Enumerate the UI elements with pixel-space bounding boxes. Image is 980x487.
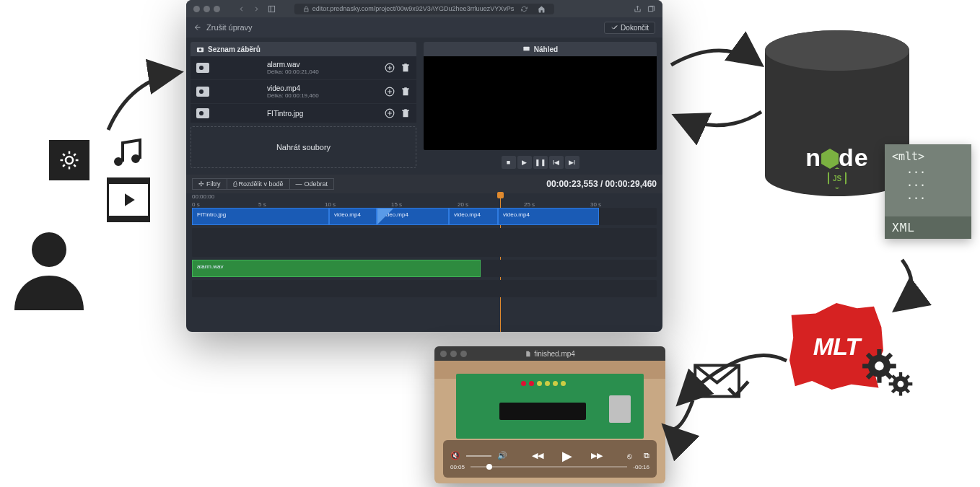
url-text: editor.prednasky.com/project/00w9x92V3AY… [312,5,514,12]
forward-icon[interactable]: ▶▶ [591,451,603,460]
svg-point-12 [875,361,883,370]
timecode-display: 00:00:23,553 / 00:00:29,460 [546,179,657,189]
play-button[interactable]: ▶ [517,156,532,169]
ruler-tick: 25 s [524,201,590,208]
add-icon[interactable] [385,108,395,118]
prev-frame-button[interactable]: I◀ [549,156,564,169]
svg-point-15 [898,381,904,387]
ruler-tick: 0 s [192,201,258,208]
timeline-clip[interactable]: video.mp4 [377,208,449,225]
shot-length: Délka: 00:00:21,040 [267,69,385,75]
email-notification-icon [693,361,751,401]
empty-track[interactable] [192,280,657,297]
finish-button[interactable]: Dokončit [604,22,655,34]
shot-name: alarm.wav [267,61,385,69]
preview-panel-title: Náhled [424,42,657,56]
filters-button[interactable]: ✢ Filtry [192,178,227,190]
image-icon [49,140,89,180]
svg-rect-4 [648,6,652,11]
shot-item[interactable]: alarm.wavDélka: 00:00:21,040 [191,56,416,80]
thumbnail-icon [196,108,209,118]
timeline-clip[interactable]: FITintro.jpg [192,208,329,225]
mlt-xml-document: <mlt> ... ... ... XML [885,144,971,239]
shot-item[interactable]: FITintro.jpg [191,104,416,123]
svg-rect-10 [523,46,529,51]
pause-button[interactable]: ❚❚ [533,156,548,169]
split-button[interactable]: ⎙ Rozdělit v bodě [227,178,290,190]
home-icon[interactable] [538,5,546,13]
timeline-clip[interactable]: video.mp4 [498,208,599,225]
shot-length: Délka: 00:00:19,460 [267,92,385,99]
video-track-1[interactable]: FITintro.jpgvideo.mp4video.mp4video.mp4v… [192,208,657,225]
next-frame-button[interactable]: ▶I [565,156,579,169]
audio-track[interactable]: alarm.wav [192,260,657,277]
svg-rect-3 [305,9,308,12]
monitor-icon [522,45,530,53]
add-icon[interactable] [385,87,395,97]
preview-viewport [424,56,657,150]
trash-icon[interactable] [401,63,411,73]
forward-icon[interactable] [253,5,261,13]
stop-button[interactable]: ■ [502,156,516,169]
mlt-framework-logo: MLT [789,303,919,397]
cancel-edits-button[interactable]: Zrušit úpravy [193,23,253,32]
timeline-audio-clip[interactable]: alarm.wav [192,260,481,277]
ruler-tick: 20 s [458,201,524,208]
editor-toolbar: Zrušit úpravy Dokončit [186,17,662,38]
pip-icon[interactable]: ⧉ [644,451,649,460]
remove-button[interactable]: — Odebrat [289,178,335,190]
video-track-2[interactable] [192,228,657,257]
svg-point-0 [66,157,73,164]
input-media-cluster [6,137,157,281]
trash-icon[interactable] [401,87,411,97]
shot-name: FITintro.jpg [267,110,385,118]
lock-icon [303,6,310,12]
upload-dropzone[interactable]: Nahrát soubory [191,126,416,168]
video-file-icon [107,182,150,218]
preview-controls: ■ ▶ ❚❚ I◀ ▶I [424,153,657,172]
ruler-tick: 30 s [590,201,657,208]
player-remaining: -00:16 [633,464,649,470]
ruler-tick: 10 s [325,201,391,208]
player-controls-overlay[interactable]: 🔇 🔊 ◀◀ ▶ ▶▶ ⎋ ⧉ 00:05 -00:16 [443,440,657,478]
svg-rect-13 [877,349,881,356]
tabs-icon[interactable] [647,5,655,13]
player-play-icon[interactable]: ▶ [562,448,572,464]
sidebar-icon[interactable] [268,5,276,13]
xml-footer: XML [885,216,971,239]
mute-icon[interactable]: 🔇 [450,451,460,460]
upload-label: Nahrát soubory [276,143,331,152]
music-note-icon [107,133,147,173]
progress-bar[interactable] [471,466,627,468]
airplay-icon[interactable]: ⎋ [627,452,632,460]
url-bar[interactable]: editor.prednasky.com/project/00w9x92V3AY… [294,4,554,14]
nav-icons[interactable] [237,5,276,13]
shot-name: video.mp4 [267,84,385,92]
timeline-clip[interactable]: video.mp4 [449,208,498,225]
shot-item[interactable]: video.mp4Délka: 00:00:19,460 [191,80,416,104]
thumbnail-icon [196,87,209,97]
player-position: 00:05 [450,464,465,470]
shots-panel-title: Seznam záběrů [191,42,416,56]
refresh-icon[interactable] [521,6,528,12]
gears-icon [862,349,919,403]
svg-point-1 [32,232,66,267]
share-icon[interactable] [634,5,642,13]
trash-icon[interactable] [401,108,411,118]
document-icon [525,351,531,357]
window-titlebar: editor.prednasky.com/project/00w9x92V3AY… [186,0,662,17]
arrow-left-icon [193,23,202,32]
user-icon [6,224,92,310]
add-icon[interactable] [385,63,395,73]
timeline-ruler[interactable]: 00:00:00 0 s5 s10 s15 s20 s25 s30 s [186,193,662,208]
rewind-icon[interactable]: ◀◀ [532,451,543,460]
xml-root: <mlt> [892,150,964,163]
video-editor-window: editor.prednasky.com/project/00w9x92V3AY… [186,0,662,332]
back-icon[interactable] [237,5,245,13]
cancel-edits-label: Zrušit úpravy [206,23,253,32]
thumbnail-icon [196,63,209,73]
video-frame: 🔇 🔊 ◀◀ ▶ ▶▶ ⎋ ⧉ 00:05 -00:16 [434,361,665,483]
timeline-clip[interactable]: video.mp4 [329,208,377,225]
check-all-icon [611,24,618,31]
volume-icon[interactable]: 🔊 [497,451,507,460]
